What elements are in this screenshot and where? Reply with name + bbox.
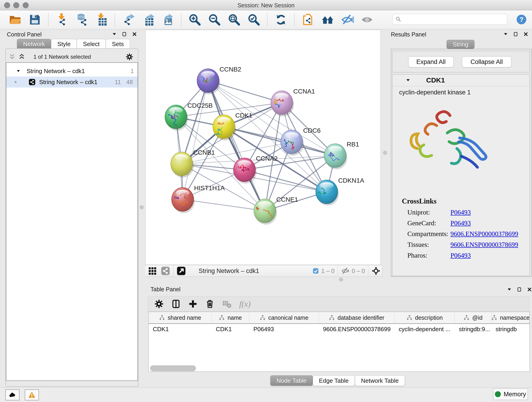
open-session-button[interactable] (9, 13, 22, 26)
zoom-out-button[interactable] (208, 13, 221, 26)
results-panel-float-icon[interactable] (513, 32, 518, 37)
network-options-gear-icon[interactable] (126, 53, 133, 61)
table-tab[interactable]: Node Table (270, 375, 313, 386)
tab-string[interactable]: String (447, 40, 475, 49)
column-header-database-identifier[interactable]: database identifier (319, 312, 394, 323)
right-splitter-handle[interactable] (383, 151, 387, 155)
network-node-CDC6[interactable]: CDC6 (281, 127, 321, 156)
delete-column-icon[interactable] (205, 299, 215, 308)
network-node-CCNA1[interactable]: CCNA1 (271, 88, 315, 116)
control-panel-menu-icon[interactable] (112, 32, 117, 37)
crosslink-link[interactable]: P06493 (450, 252, 471, 259)
help-icon[interactable]: ? (516, 14, 527, 25)
search-input[interactable] (401, 15, 507, 24)
warnings-button[interactable] (25, 389, 39, 400)
network-node-CDKN1A[interactable]: CDKN1A (316, 177, 364, 206)
control-panel-close-icon[interactable] (132, 32, 137, 37)
control-panel-tab[interactable]: Select (77, 39, 106, 49)
table-cell[interactable]: 9606.ENSP00000378699 (319, 326, 394, 333)
expand-all-button[interactable]: Expand All (408, 56, 454, 67)
network-tree-child-row[interactable]: String Network – cdk1 11 48 (6, 77, 138, 88)
zoom-selected-button[interactable] (247, 13, 260, 26)
network-node-CDC25B[interactable]: CDC25B (165, 102, 213, 131)
protein-structure-image (402, 104, 489, 184)
gene-disclosure-icon[interactable] (405, 78, 411, 83)
column-header-name[interactable]: name (212, 312, 249, 323)
table-cell[interactable]: CDK1 (149, 326, 212, 333)
table-panel-float-icon[interactable] (517, 287, 522, 292)
horizontal-splitter-handle[interactable] (339, 278, 343, 281)
network-node-HIST1H1A[interactable]: HIST1H1A (172, 185, 225, 213)
network-edge-count: 48 (126, 79, 133, 86)
save-session-button[interactable] (28, 13, 41, 26)
table-horizontal-scrollbar[interactable] (150, 365, 196, 371)
table-options-gear-icon[interactable] (154, 299, 164, 308)
network-node-CDK1[interactable]: CDK1 (213, 112, 253, 140)
results-panel-close-icon[interactable] (523, 32, 528, 37)
column-header-canonical-name[interactable]: canonical name (249, 312, 319, 323)
detach-view-icon[interactable] (177, 266, 186, 275)
control-panel-tab[interactable]: Sets (106, 39, 130, 49)
memory-button[interactable]: Memory (493, 389, 528, 400)
network-node-RB1[interactable]: RB1 (324, 141, 359, 169)
string-home-button[interactable] (321, 13, 334, 26)
left-splitter-handle[interactable] (140, 205, 144, 209)
table-tab[interactable]: Network Table (355, 375, 405, 386)
results-panel-menu-icon[interactable] (503, 32, 508, 37)
control-panel-tab[interactable]: Network (17, 39, 51, 49)
column-header-@id[interactable]: @id (455, 312, 491, 323)
cytoscape-window: Session: New Session (0, 0, 532, 402)
crosslink-link[interactable]: 9606.ENSP00000378699 (450, 230, 518, 238)
network-view-title: String Network – cdk1 (199, 268, 259, 274)
crosslink-link[interactable]: P06493 (450, 209, 471, 216)
selected-count-checkbox-icon[interactable] (312, 268, 319, 274)
hide-labels-button[interactable] (341, 13, 354, 26)
control-panel-tab[interactable]: Style (51, 39, 77, 49)
collapse-all-button[interactable]: Collapse All (462, 56, 511, 67)
apply-layout-button[interactable] (274, 13, 287, 26)
gene-section-header[interactable]: CDK1 (392, 74, 529, 86)
show-images-button[interactable] (361, 13, 374, 26)
tree-disclosure-icon[interactable] (16, 69, 21, 73)
show-columns-icon[interactable] (171, 299, 181, 308)
export-network-button[interactable] (122, 13, 135, 26)
export-image-button[interactable] (161, 13, 174, 26)
table-cell[interactable]: P06493 (249, 326, 319, 333)
table-cell[interactable]: CDK1 (212, 326, 249, 333)
table-cell[interactable]: cyclin-dependent ... (394, 326, 455, 333)
cloud-status-button[interactable] (5, 389, 19, 400)
table-panel-close-icon[interactable] (527, 287, 532, 292)
table-panel-menu-icon[interactable] (507, 287, 512, 292)
network-canvas[interactable]: CCNB2 CCNA1 CDC25B CDK1 CDC6 RB1 CCNB1 (145, 30, 381, 265)
add-column-icon[interactable] (188, 299, 197, 308)
hidden-count-eye-icon[interactable] (341, 267, 349, 275)
import-network-button[interactable] (56, 13, 68, 26)
export-table-button[interactable] (142, 13, 154, 26)
table-row[interactable]: CDK1CDK1P064939606.ENSP00000378699cyclin… (149, 324, 530, 334)
delete-table-icon (222, 299, 231, 308)
column-header-shared-name[interactable]: shared name (149, 312, 212, 323)
birds-eye-view-icon[interactable] (148, 267, 157, 275)
table-cell[interactable]: stringdb (491, 326, 530, 333)
fit-selected-icon[interactable] (372, 267, 380, 275)
zoom-fit-button[interactable] (228, 13, 241, 26)
table-cell[interactable]: stringdb:9... (455, 326, 491, 333)
column-header-namespace[interactable]: namespace (491, 312, 530, 323)
network-tree-parent-row[interactable]: String Network – cdk1 1 (6, 65, 138, 77)
selected-count: 1 – 0 (321, 268, 335, 274)
network-node-CCNE1[interactable]: CCNE1 (254, 196, 298, 225)
crosslink-link[interactable]: P06493 (450, 219, 471, 227)
import-table-button[interactable] (95, 13, 108, 26)
table-tab[interactable]: Edge Table (313, 375, 355, 386)
network-node-CCNB2[interactable]: CCNB2 (197, 66, 241, 95)
control-panel-float-icon[interactable] (122, 32, 127, 37)
zoom-in-button[interactable] (188, 13, 201, 26)
network-from-selection-button[interactable] (302, 13, 314, 26)
network-edge-HIST1H1A-CCNE1[interactable] (183, 199, 265, 211)
import-network-from-database-button[interactable] (75, 13, 88, 26)
column-header-description[interactable]: description (394, 312, 455, 323)
crosslink-label: Compartments: (407, 230, 450, 238)
crosslink-link[interactable]: 9606.ENSP00000378699 (450, 241, 518, 249)
network-edge-CCNB2-HIST1H1A[interactable] (183, 81, 208, 199)
network-edge-CCNA2-CDKN1A[interactable] (244, 170, 327, 192)
